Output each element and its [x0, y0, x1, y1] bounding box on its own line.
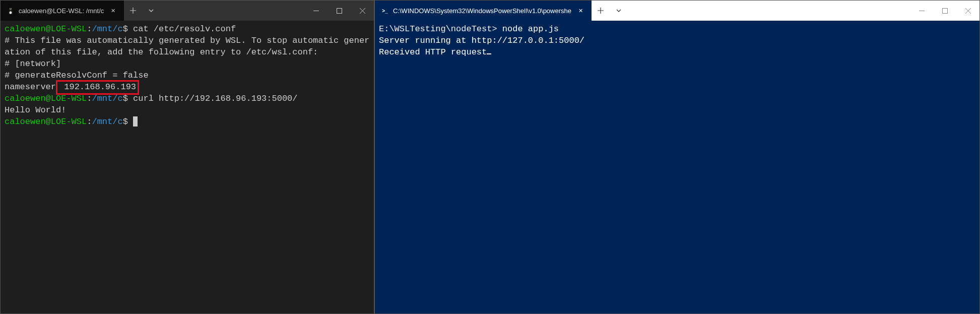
- prompt-colon: :: [87, 24, 92, 34]
- powershell-terminal-window: >_ C:\WINDOWS\System32\WindowsPowerShell…: [374, 0, 980, 314]
- svg-point-5: [10, 9, 11, 9]
- maximize-button[interactable]: [933, 1, 956, 21]
- prompt-colon: :: [87, 94, 92, 103]
- powershell-icon: >_: [381, 7, 389, 15]
- wsl-terminal-window: caloewen@LOE-WSL: /mnt/c ✕ caloewen@LOE-…: [0, 0, 374, 314]
- command-text: cat /etc/resolv.conf: [133, 24, 236, 34]
- maximize-button[interactable]: [328, 1, 351, 21]
- output-comment: # This file was automatically generated …: [5, 36, 369, 80]
- nameserver-label: nameserver: [5, 82, 56, 92]
- tab-wsl[interactable]: caloewen@LOE-WSL: /mnt/c ✕: [1, 1, 124, 21]
- prompt-path: /mnt/c: [92, 24, 122, 34]
- prompt-dollar: $: [123, 24, 133, 34]
- prompt-user: caloewen@LOE-WSL: [5, 94, 87, 103]
- svg-point-2: [10, 11, 12, 14]
- titlebar: caloewen@LOE-WSL: /mnt/c ✕: [1, 1, 374, 21]
- close-button[interactable]: [956, 1, 979, 21]
- new-tab-button[interactable]: [592, 1, 610, 21]
- terminal-body-powershell[interactable]: E:\WSLTesting\nodeTest> node app.js Serv…: [375, 21, 979, 313]
- output-hello: Hello World!: [5, 105, 66, 115]
- tab-title: caloewen@LOE-WSL: /mnt/c: [19, 7, 104, 15]
- new-tab-button[interactable]: [124, 1, 142, 21]
- window-controls: [910, 1, 979, 21]
- terminal-body-wsl[interactable]: caloewen@LOE-WSL:/mnt/c$ cat /etc/resolv…: [1, 21, 374, 313]
- cursor: [487, 53, 491, 54]
- tab-area: >_ C:\WINDOWS\System32\WindowsPowerShell…: [375, 1, 628, 21]
- prompt-path: /mnt/c: [92, 94, 122, 103]
- cursor: [133, 116, 138, 127]
- prompt-dollar: $: [123, 94, 133, 103]
- tux-icon: [7, 7, 15, 15]
- tab-title: C:\WINDOWS\System32\WindowsPowerShell\v1…: [393, 7, 571, 15]
- prompt-colon: :: [87, 117, 92, 127]
- output-line: Received HTTP request: [379, 47, 487, 57]
- command-text: curl http://192.168.96.193:5000/: [133, 94, 297, 103]
- tab-area: caloewen@LOE-WSL: /mnt/c ✕: [1, 1, 160, 21]
- tab-powershell[interactable]: >_ C:\WINDOWS\System32\WindowsPowerShell…: [375, 1, 592, 21]
- svg-point-6: [11, 9, 12, 9]
- close-icon[interactable]: ✕: [108, 6, 118, 16]
- window-controls: [304, 1, 374, 21]
- tab-dropdown-button[interactable]: [142, 1, 160, 21]
- nameserver-ip-highlight: 192.168.96.193: [56, 80, 139, 95]
- close-button[interactable]: [351, 1, 374, 21]
- prompt-user: caloewen@LOE-WSL: [5, 117, 87, 127]
- svg-rect-7: [337, 8, 342, 13]
- output-line: Server running at http://127.0.0.1:5000/: [379, 36, 584, 45]
- prompt-path: /mnt/c: [92, 117, 122, 127]
- tab-dropdown-button[interactable]: [610, 1, 628, 21]
- prompt-dollar: $: [123, 117, 133, 127]
- titlebar: >_ C:\WINDOWS\System32\WindowsPowerShell…: [375, 1, 979, 21]
- command-text: node app.js: [502, 24, 559, 34]
- prompt-user: caloewen@LOE-WSL: [5, 24, 87, 34]
- svg-point-0: [9, 8, 12, 11]
- ps-prompt-path: E:\WSLTesting\nodeTest>: [379, 24, 502, 34]
- minimize-button[interactable]: [910, 1, 933, 21]
- close-icon[interactable]: ✕: [575, 6, 585, 16]
- minimize-button[interactable]: [304, 1, 328, 21]
- svg-rect-8: [942, 8, 947, 13]
